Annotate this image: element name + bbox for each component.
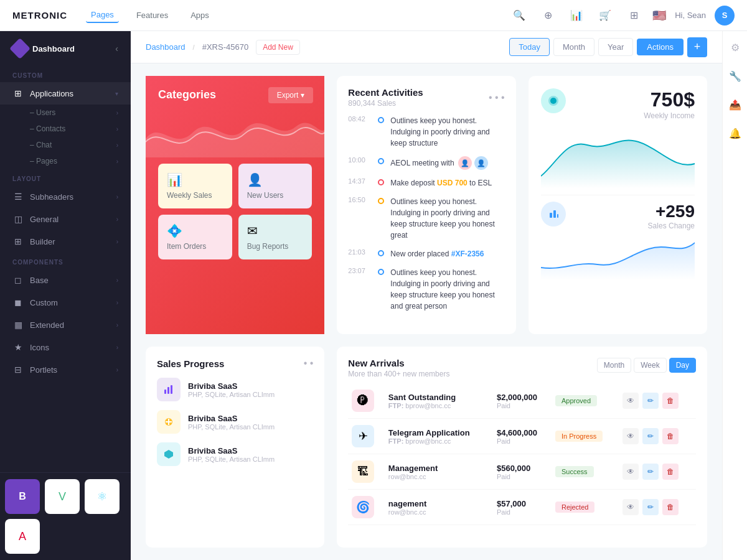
delete-icon[interactable]: 🗑 <box>662 428 679 444</box>
app-icon-nagement: 🌀 <box>352 496 374 518</box>
new-arrivals-card: New Arrivals More than 400+ new members … <box>337 347 707 548</box>
svg-rect-7 <box>171 385 172 394</box>
right-bell-icon[interactable]: 🔔 <box>725 123 745 143</box>
sidebar-item-extended[interactable]: ▦ Extended › <box>0 314 131 336</box>
sidebar-item-builder[interactable]: ⊞ Builder › <box>0 230 131 253</box>
category-item-orders[interactable]: 💠 Item Orders <box>158 215 232 259</box>
app-ftp-management: row@bnc.cc <box>388 473 489 480</box>
sales-chart <box>541 230 695 292</box>
delete-icon[interactable]: 🗑 <box>662 464 679 480</box>
edit-icon[interactable]: ✏ <box>642 464 659 480</box>
period-week-tab[interactable]: Week <box>634 358 666 373</box>
bar-chart-icon: 📊 <box>167 172 223 187</box>
right-settings-icon[interactable]: ⚙ <box>725 37 745 57</box>
builder-icon: ⊞ <box>12 236 24 247</box>
view-icon[interactable]: 👁 <box>622 428 639 444</box>
content-area: Categories Export ▾ 📊 Weekly Sales <box>131 63 722 560</box>
extended-icon: ▦ <box>12 319 24 330</box>
edit-icon[interactable]: ✏ <box>642 499 659 515</box>
activity-row: 21:03 New order placed #XF-2356 <box>348 248 504 259</box>
right-gear-icon[interactable]: 🔧 <box>725 66 745 86</box>
sidebar-item-contacts[interactable]: – Contacts › <box>0 121 131 137</box>
sidebar-item-chat[interactable]: – Chat › <box>0 137 131 153</box>
react-icon: ⚛ <box>85 479 120 514</box>
chevron-right-icon: › <box>116 158 118 165</box>
sales-list: Briviba SaaS PHP, SQLite, Artisan CLImm … <box>157 378 313 466</box>
avatar-1: 👤 <box>458 156 472 170</box>
activities-menu[interactable]: • • • <box>489 92 505 103</box>
sidebar-item-portlets[interactable]: ⊟ Portlets › <box>0 358 131 381</box>
delete-icon[interactable]: 🗑 <box>662 393 679 409</box>
sales-info-1: Briviba SaaS PHP, SQLite, Artisan CLImm <box>188 381 313 398</box>
period-day-tab[interactable]: Day <box>669 358 696 373</box>
cart-icon[interactable]: 🛒 <box>595 6 615 26</box>
action-icons: 👁 ✏ 🗑 <box>622 499 692 515</box>
sidebar-applications-label: Applications <box>30 89 73 98</box>
edit-icon[interactable]: ✏ <box>642 393 659 409</box>
sidebar-item-users[interactable]: – Users › <box>0 105 131 121</box>
sidebar-item-icons[interactable]: ★ Icons › <box>0 336 131 358</box>
sidebar-contacts-label: – Contacts <box>30 124 65 133</box>
sidebar-extended-label: Extended <box>30 320 64 330</box>
user-avatar[interactable]: S <box>715 6 735 26</box>
sidebar-item-general[interactable]: ◫ General › <box>0 208 131 230</box>
chart-icon[interactable]: 📊 <box>566 6 586 26</box>
activity-row: 08:42 Outlines keep you honest. Indulgin… <box>348 115 504 149</box>
angular-icon: A <box>5 519 40 554</box>
activity-time: 23:07 <box>348 267 372 274</box>
sales-avatar-3 <box>157 442 181 466</box>
sidebar-item-applications[interactable]: ⊞ Applications ▾ <box>0 82 131 105</box>
section-layout-label: LAYOUT <box>0 169 131 185</box>
weekly-income-label: Weekly Income <box>644 111 695 120</box>
section-custom-label: CUSTOM <box>0 66 131 82</box>
export-button[interactable]: Export ▾ <box>268 87 314 103</box>
category-weekly-sales[interactable]: 📊 Weekly Sales <box>158 164 232 208</box>
sidebar-pages-label: – Pages <box>30 157 57 166</box>
app-icon-management: 🏗 <box>352 460 374 483</box>
bug-icon: ✉ <box>247 223 304 238</box>
nav-apps[interactable]: Apps <box>186 8 214 22</box>
view-icon[interactable]: 👁 <box>622 393 639 409</box>
category-new-users[interactable]: 👤 New Users <box>238 164 312 208</box>
delete-icon[interactable]: 🗑 <box>662 499 679 515</box>
period-month-button[interactable]: Month <box>553 38 594 56</box>
sales-menu[interactable]: • • <box>304 358 314 369</box>
add-button[interactable]: + <box>687 37 707 57</box>
search-icon[interactable]: 🔍 <box>509 6 529 26</box>
period-year-button[interactable]: Year <box>598 38 633 56</box>
sales-change-value: +259 <box>648 202 695 222</box>
activity-row: 16:50 Outlines keep you honest. Indulgin… <box>348 196 504 241</box>
sidebar-item-base[interactable]: ◻ Base › <box>0 269 131 291</box>
app-paid-sant: Paid <box>497 402 548 409</box>
sidebar-item-custom[interactable]: ◼ Custom › <box>0 291 131 314</box>
period-month-tab[interactable]: Month <box>597 358 631 373</box>
sidebar-item-subheaders[interactable]: ☰ Subheaders › <box>0 185 131 208</box>
view-icon[interactable]: 👁 <box>622 499 639 515</box>
table-row: 🌀 nagement row@bnc.cc $57,000 Paid Rejec… <box>348 490 696 525</box>
nav-features[interactable]: Features <box>131 8 173 22</box>
edit-icon[interactable]: ✏ <box>642 428 659 444</box>
app-name-management: Management <box>388 464 489 473</box>
actions-button[interactable]: Actions <box>637 39 684 55</box>
wave-chart <box>146 108 324 157</box>
collapse-sidebar-button[interactable]: ‹ <box>115 44 118 54</box>
share-icon[interactable]: ⊕ <box>538 6 558 26</box>
nav-pages[interactable]: Pages <box>86 7 119 23</box>
chevron-right-icon: › <box>116 277 118 284</box>
activity-row: 23:07 Outlines keep you honest. Indulgin… <box>348 267 504 312</box>
activities-subtitle: 890,344 Sales <box>348 99 423 108</box>
sidebar-chat-label: – Chat <box>30 141 52 149</box>
add-new-button[interactable]: Add New <box>256 40 300 55</box>
sidebar-item-pages[interactable]: – Pages › <box>0 153 131 169</box>
view-icon[interactable]: 👁 <box>622 464 639 480</box>
sales-info-3: Briviba SaaS PHP, SQLite, Artisan CLImm <box>188 446 313 463</box>
table-row: ✈ Telegram Application FTP: bprow@bnc.cc… <box>348 419 696 454</box>
app-ftp-nagement: row@bnc.cc <box>388 508 489 516</box>
sales-item: Briviba SaaS PHP, SQLite, Artisan CLImm <box>157 378 313 401</box>
app-name-sant: Sant Outstanding <box>388 393 489 402</box>
chevron-right-icon: › <box>116 194 118 200</box>
period-today-button[interactable]: Today <box>509 38 550 56</box>
grid-icon[interactable]: ⊞ <box>624 6 644 26</box>
right-send-icon[interactable]: 📤 <box>725 95 745 114</box>
category-bug-reports[interactable]: ✉ Bug Reports <box>238 215 312 259</box>
